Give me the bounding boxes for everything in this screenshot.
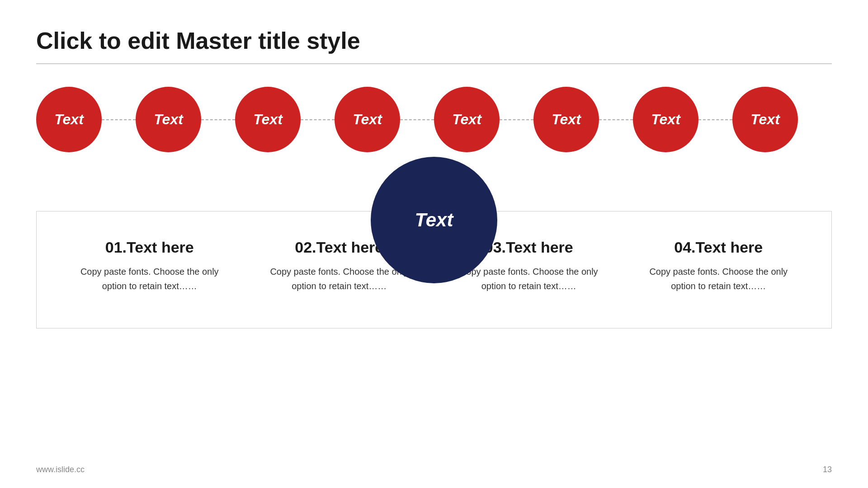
connector-3 <box>301 119 335 120</box>
footer-url: www.islide.cc <box>36 465 85 474</box>
circle-label-7: Text <box>651 111 680 128</box>
connector-5 <box>500 119 533 120</box>
connector-6 <box>599 119 633 120</box>
circle-item-8: Text <box>732 87 832 152</box>
dark-circle-label: Text <box>415 209 453 231</box>
content-col-4: 04.Text here Copy paste fonts. Choose th… <box>624 230 814 302</box>
content-col-1: 01.Text here Copy paste fonts. Choose th… <box>55 230 245 302</box>
circle-item-2: Text <box>136 87 235 152</box>
connector-4 <box>400 119 434 120</box>
circle-label-4: Text <box>353 111 382 128</box>
circle-label-6: Text <box>552 111 581 128</box>
circles-row: Text Text Text Text Text <box>36 87 832 152</box>
footer-page: 13 <box>823 465 832 474</box>
dark-circle-wrapper: Text <box>371 157 497 283</box>
col-heading-4: 04.Text here <box>637 239 800 256</box>
circle-item-5: Text <box>434 87 533 152</box>
circle-item-4: Text <box>335 87 434 152</box>
red-circle-1[interactable]: Text <box>36 87 102 152</box>
red-circle-8[interactable]: Text <box>732 87 798 152</box>
circle-label-3: Text <box>253 111 283 128</box>
col-text-1: Copy paste fonts. Choose the only option… <box>68 264 231 293</box>
red-circle-2[interactable]: Text <box>136 87 201 152</box>
connector-1 <box>102 119 136 120</box>
col-heading-1: 01.Text here <box>68 239 231 256</box>
circle-item-1: Text <box>36 87 136 152</box>
slide: Click to edit Master title style Text Te… <box>0 0 868 488</box>
dark-circle[interactable]: Text <box>371 157 497 283</box>
red-circle-3[interactable]: Text <box>235 87 301 152</box>
connector-2 <box>201 119 235 120</box>
red-circle-4[interactable]: Text <box>335 87 400 152</box>
red-circle-6[interactable]: Text <box>533 87 599 152</box>
circle-item-6: Text <box>533 87 633 152</box>
circle-item-7: Text <box>633 87 732 152</box>
title-divider <box>36 63 832 64</box>
circle-label-2: Text <box>154 111 183 128</box>
slide-title[interactable]: Click to edit Master title style <box>36 27 832 54</box>
col-text-4: Copy paste fonts. Choose the only option… <box>637 264 800 293</box>
circle-item-3: Text <box>235 87 335 152</box>
connector-7 <box>698 119 732 120</box>
red-circle-5[interactable]: Text <box>434 87 500 152</box>
bottom-section: Text 01.Text here Copy paste fonts. Choo… <box>36 211 832 328</box>
circle-label-1: Text <box>54 111 84 128</box>
red-circle-7[interactable]: Text <box>633 87 698 152</box>
circle-label-5: Text <box>452 111 481 128</box>
footer: www.islide.cc 13 <box>36 465 832 474</box>
circle-label-8: Text <box>750 111 780 128</box>
